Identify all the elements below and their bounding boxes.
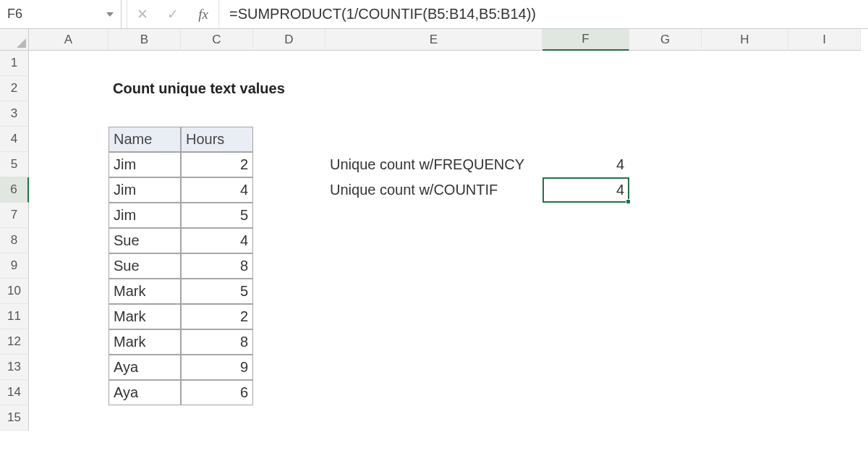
cell[interactable] — [29, 51, 109, 76]
table-cell[interactable]: 6 — [181, 380, 253, 405]
cell[interactable] — [788, 279, 861, 304]
column-header[interactable]: C — [181, 29, 253, 51]
cell[interactable] — [326, 51, 542, 76]
cell[interactable] — [181, 405, 253, 431]
table-cell[interactable]: 5 — [181, 203, 253, 228]
cell[interactable] — [29, 279, 109, 304]
cell[interactable] — [629, 405, 702, 431]
table-header[interactable]: Hours — [181, 127, 253, 152]
cell[interactable] — [702, 101, 788, 127]
cell[interactable] — [788, 304, 861, 329]
cell[interactable] — [253, 380, 326, 405]
table-header[interactable]: Name — [109, 127, 181, 152]
table-cell[interactable]: 2 — [181, 152, 253, 177]
cell[interactable] — [253, 355, 326, 380]
cell[interactable] — [326, 253, 542, 279]
table-cell[interactable]: 5 — [181, 279, 253, 304]
row-header[interactable]: 11 — [0, 304, 29, 329]
row-header[interactable]: 4 — [0, 127, 29, 152]
cell[interactable] — [253, 101, 326, 127]
cell[interactable] — [629, 355, 702, 380]
column-header[interactable]: G — [629, 29, 702, 51]
cell[interactable] — [326, 203, 542, 228]
table-cell[interactable]: 8 — [181, 253, 253, 279]
row-header[interactable]: 5 — [0, 152, 29, 177]
cell[interactable] — [253, 329, 326, 355]
cell[interactable] — [788, 228, 861, 253]
row-header[interactable]: 8 — [0, 228, 29, 253]
row-header[interactable]: 10 — [0, 279, 29, 304]
column-header[interactable]: A — [29, 29, 109, 51]
cells-area[interactable]: Count unique text values — [29, 51, 868, 431]
cell[interactable] — [542, 279, 629, 304]
cell[interactable] — [542, 228, 629, 253]
table-cell[interactable]: Jim — [109, 152, 181, 177]
cell[interactable] — [629, 329, 702, 355]
cell[interactable] — [629, 152, 702, 177]
cell[interactable] — [109, 405, 181, 431]
cell[interactable] — [253, 51, 326, 76]
row-header[interactable]: 2 — [0, 76, 29, 101]
cell[interactable] — [788, 380, 861, 405]
cell[interactable]: Unique count w/FREQUENCY — [326, 152, 542, 177]
table-cell[interactable]: Aya — [109, 380, 181, 405]
cell[interactable] — [702, 405, 788, 431]
cell[interactable] — [253, 177, 326, 203]
cell[interactable] — [29, 101, 109, 127]
row-header[interactable]: 1 — [0, 51, 29, 76]
cell[interactable] — [542, 203, 629, 228]
cell[interactable] — [629, 127, 702, 152]
row-header[interactable]: 13 — [0, 355, 29, 380]
cell[interactable] — [326, 101, 542, 127]
cell[interactable] — [629, 51, 702, 76]
table-cell[interactable]: Sue — [109, 253, 181, 279]
grid[interactable]: ABCDEFGHI Count unique text — [29, 29, 868, 431]
cell[interactable] — [253, 228, 326, 253]
cell[interactable] — [788, 177, 861, 203]
cell[interactable] — [326, 127, 542, 152]
cell[interactable] — [109, 51, 181, 76]
cell[interactable] — [702, 279, 788, 304]
cell[interactable] — [629, 279, 702, 304]
cell[interactable] — [326, 329, 542, 355]
cell[interactable] — [181, 51, 253, 76]
cell[interactable] — [702, 228, 788, 253]
name-box[interactable]: F6 — [0, 0, 122, 28]
table-cell[interactable]: 2 — [181, 304, 253, 329]
cell[interactable] — [29, 127, 109, 152]
cell[interactable] — [788, 76, 861, 101]
cell[interactable] — [109, 101, 181, 127]
cell[interactable] — [702, 253, 788, 279]
cell[interactable] — [542, 127, 629, 152]
row-header[interactable]: 14 — [0, 380, 29, 405]
cell[interactable] — [29, 304, 109, 329]
cell[interactable] — [702, 380, 788, 405]
cell[interactable] — [788, 253, 861, 279]
row-header[interactable]: 9 — [0, 253, 29, 279]
row-header[interactable]: 3 — [0, 101, 29, 127]
cell[interactable] — [253, 304, 326, 329]
table-cell[interactable]: 4 — [181, 177, 253, 203]
cell[interactable] — [788, 405, 861, 431]
cell[interactable] — [29, 177, 109, 203]
cell[interactable] — [702, 152, 788, 177]
cell[interactable] — [788, 101, 861, 127]
table-cell[interactable]: 9 — [181, 355, 253, 380]
cell[interactable] — [253, 279, 326, 304]
chevron-down-icon[interactable] — [106, 12, 114, 17]
cell[interactable] — [542, 51, 629, 76]
cell[interactable] — [788, 355, 861, 380]
cell[interactable] — [702, 304, 788, 329]
cell[interactable] — [542, 405, 629, 431]
cell[interactable] — [542, 329, 629, 355]
cell[interactable] — [629, 304, 702, 329]
cell[interactable] — [29, 380, 109, 405]
cell[interactable] — [702, 51, 788, 76]
table-cell[interactable]: Mark — [109, 304, 181, 329]
fx-button[interactable]: fx — [188, 0, 218, 28]
cell[interactable] — [702, 127, 788, 152]
cell[interactable] — [788, 51, 861, 76]
cancel-button[interactable]: ✕ — [127, 0, 158, 28]
table-cell[interactable]: Jim — [109, 177, 181, 203]
table-cell[interactable]: Aya — [109, 355, 181, 380]
